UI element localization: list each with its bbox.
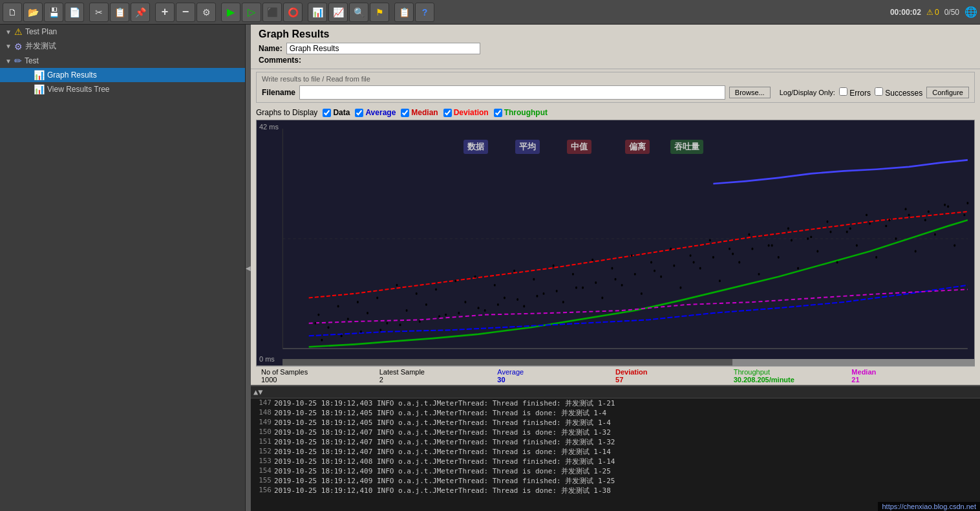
cut-button[interactable]: ✂ <box>89 3 109 22</box>
svg-point-44 <box>699 267 701 270</box>
filename-input[interactable] <box>299 85 725 100</box>
svg-point-67 <box>924 219 926 221</box>
average-checkbox-label[interactable]: Average <box>355 108 396 117</box>
graph-scrollbar-thumb[interactable] <box>282 359 732 365</box>
annotation-median: 中值 <box>567 140 591 154</box>
svg-point-71 <box>963 213 965 216</box>
annotation-average: 平均 <box>515 140 540 154</box>
svg-rect-0 <box>257 120 974 365</box>
graph-scrollbar[interactable] <box>282 359 974 365</box>
svg-point-14 <box>406 309 408 312</box>
svg-point-92 <box>712 256 714 259</box>
tree-item-test[interactable]: ▼ ✏ Test <box>0 54 245 68</box>
svg-point-48 <box>738 261 740 264</box>
monitor2-button[interactable]: 📈 <box>328 3 348 22</box>
copy-button[interactable]: 📋 <box>110 3 129 22</box>
throughput-checkbox[interactable] <box>494 109 502 117</box>
successes-checkbox[interactable] <box>875 87 883 96</box>
start-button[interactable]: ▶ <box>221 3 240 22</box>
svg-point-100 <box>869 222 871 224</box>
average-stat-value: 30 <box>497 376 615 384</box>
log-line-text: 2019-10-25 18:19:12,407 INFO o.a.j.t.JMe… <box>274 447 611 457</box>
tree-item-parallel[interactable]: ▼ ⚙ 并发测试 <box>0 39 245 54</box>
open-button[interactable]: 📂 <box>23 3 43 22</box>
svg-point-91 <box>693 261 695 264</box>
svg-point-58 <box>836 261 838 264</box>
expand-button[interactable]: + <box>155 3 175 22</box>
svg-point-21 <box>474 276 476 278</box>
svg-point-46 <box>719 279 721 282</box>
script-button[interactable]: 📋 <box>394 3 414 22</box>
start-nopause-button[interactable]: ▷ <box>242 3 261 22</box>
svg-point-55 <box>807 237 809 240</box>
tree-item-view-results[interactable]: 📊 View Results Tree <box>0 82 245 96</box>
svg-point-97 <box>810 235 812 238</box>
search-button[interactable]: 🔍 <box>349 3 368 22</box>
monitor-button[interactable]: 📊 <box>308 3 327 22</box>
collapse-arrow-icon: ◀ <box>246 265 251 272</box>
comments-label: Comments: <box>259 56 301 65</box>
median-checkbox[interactable] <box>401 109 409 117</box>
collapse-button[interactable]: − <box>176 3 195 22</box>
tree-label-parallel: 并发测试 <box>25 41 56 52</box>
svg-point-78 <box>438 315 440 318</box>
svg-point-32 <box>582 287 584 289</box>
svg-point-69 <box>944 204 946 206</box>
flag-button[interactable]: ⚑ <box>370 3 389 22</box>
log-line: 1562019-10-25 18:19:12,410 INFO o.a.j.t.… <box>251 486 980 495</box>
throughput-checkbox-label[interactable]: Throughput <box>494 108 548 117</box>
new-button[interactable]: 🗋 <box>3 3 22 22</box>
data-label: Data <box>333 108 350 117</box>
browse-button[interactable]: Browse... <box>729 87 771 98</box>
panel-collapse-handle[interactable]: ◀ <box>246 25 251 511</box>
data-checkbox[interactable] <box>323 109 331 117</box>
log-scroll-up-icon[interactable]: ▲▼ <box>253 387 262 397</box>
data-checkbox-label[interactable]: Data <box>323 108 350 117</box>
save-as-button[interactable]: 📄 <box>65 3 84 22</box>
svg-point-99 <box>849 227 851 230</box>
log-line: 1502019-10-25 18:19:12,407 INFO o.a.j.t.… <box>251 428 980 437</box>
log-lines-container: 1472019-10-25 18:19:12,403 INFO o.a.j.t.… <box>251 398 980 495</box>
svg-point-38 <box>641 292 643 295</box>
tree-item-test-plan[interactable]: ▼ ⚠ Test Plan <box>0 25 245 39</box>
name-input[interactable] <box>286 43 480 54</box>
deviation-checkbox-label[interactable]: Deviation <box>443 108 489 117</box>
log-line-text: 2019-10-25 18:19:12,407 INFO o.a.j.t.JMe… <box>274 428 611 437</box>
errors-checkbox[interactable] <box>839 87 847 96</box>
timer-value: 00:00:02 <box>890 8 921 17</box>
tree-item-graph-results[interactable]: 📊 Graph Results <box>0 68 245 82</box>
svg-point-40 <box>660 276 662 278</box>
log-line: 1552019-10-25 18:19:12,409 INFO o.a.j.t.… <box>251 476 980 486</box>
stop-now-button[interactable]: ⭕ <box>283 3 303 22</box>
stop-button[interactable]: ⬛ <box>262 3 282 22</box>
svg-point-19 <box>454 279 456 282</box>
log-line-num: 148 <box>253 408 272 418</box>
errors-checkbox-label[interactable]: Errors <box>839 87 871 98</box>
average-checkbox[interactable] <box>355 109 363 117</box>
svg-point-39 <box>650 261 652 264</box>
svg-point-27 <box>533 278 535 281</box>
successes-checkbox-label[interactable]: Successes <box>875 87 922 98</box>
configure-button[interactable]: Configure <box>926 87 969 98</box>
svg-point-4 <box>314 322 316 325</box>
toggle-button[interactable]: ⚙ <box>197 3 216 22</box>
latest-sample-label: Latest Sample <box>379 368 498 376</box>
median-checkbox-label[interactable]: Median <box>401 108 438 117</box>
paste-button[interactable]: 📌 <box>131 3 150 22</box>
log-line-num: 155 <box>253 476 272 486</box>
save-button[interactable]: 💾 <box>44 3 63 22</box>
svg-point-35 <box>611 267 613 270</box>
y-axis-bottom-label: 0 ms <box>259 355 275 363</box>
throughput-stat-label: Throughput <box>734 368 852 376</box>
svg-point-8 <box>347 318 349 320</box>
svg-point-13 <box>396 284 398 287</box>
stat-deviation: Deviation 57 <box>615 368 734 384</box>
deviation-checkbox[interactable] <box>443 109 452 117</box>
graphs-display-row: Graphs to Display Data Average Median De… <box>256 105 975 120</box>
svg-point-12 <box>386 322 388 325</box>
deviation-stat-value: 57 <box>615 376 734 384</box>
svg-point-96 <box>791 239 793 242</box>
svg-point-68 <box>934 233 936 235</box>
help-button[interactable]: ? <box>415 3 434 22</box>
svg-point-84 <box>556 290 558 292</box>
